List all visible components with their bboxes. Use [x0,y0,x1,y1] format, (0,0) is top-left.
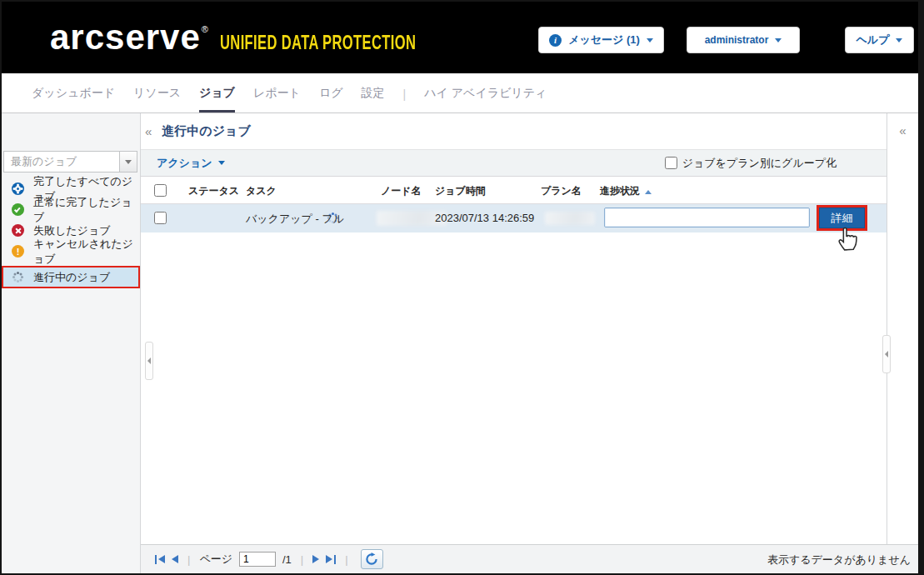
collapse-left-arrow-icon [147,358,151,364]
column-status[interactable]: ステータス [188,184,239,198]
column-task[interactable]: タスク [246,184,277,198]
success-icon [12,203,24,216]
first-page-button[interactable] [155,555,165,564]
hand-cursor-icon [833,220,862,252]
arcserve-logo: arcserve ® UNIFIED DATA PROTECTION [50,18,492,57]
last-page-button[interactable] [326,555,336,564]
canceled-icon: ! [12,245,24,258]
messages-button[interactable]: i メッセージ (1) [538,27,664,53]
column-node[interactable]: ノード名 [381,184,422,198]
actions-menu-button[interactable]: アクション [157,156,225,171]
job-time-cell: 2023/07/13 14:26:59 [435,212,534,224]
job-filter-list: 完了したすべてのジョブ 正常に完了したジョブ 失敗したジョブ ! キャンセルされ… [2,178,140,288]
jobs-sidebar: 最新のジョブ 完了したすべてのジョブ 正常に完了したジョブ 失敗したジョブ ! … [2,113,141,573]
column-progress[interactable]: 進捗状況 [600,184,652,198]
tab-settings[interactable]: 設定 [362,73,385,112]
pager-bar: | ページ /1 | | 表示するデータがありません [141,544,918,573]
progress-bar [604,208,810,228]
main-nav: ダッシュボード リソース ジョブ レポート ログ 設定 | ハイ アベイラビリテ… [2,73,918,113]
job-filter-combobox[interactable]: 最新のジョブ [3,151,137,172]
chevron-down-icon [218,161,225,165]
right-panel: « [887,113,918,544]
group-by-plan-checkbox[interactable] [665,157,677,169]
tab-reports[interactable]: レポート [253,73,301,112]
tab-jobs[interactable]: ジョブ [199,73,235,112]
help-button[interactable]: ヘルプ [845,27,914,53]
messages-button-label: メッセージ (1) [568,32,640,48]
pager-controls: | ページ /1 | | [155,549,383,569]
sidebar-item-successful-jobs[interactable]: 正常に完了したジョブ [2,199,140,220]
chevron-down-icon [775,38,782,42]
info-icon: i [549,34,562,47]
combobox-dropdown-button[interactable] [119,152,137,172]
chevron-down-icon [647,38,653,42]
sidebar-splitter-handle[interactable] [145,342,153,380]
sidebar-item-jobs-in-progress[interactable]: 進行中のジョブ [2,266,140,288]
chevron-down-icon [125,160,132,164]
no-data-status-text: 表示するデータがありません [767,552,911,568]
group-by-plan-control: ジョブをプラン別にグループ化 [665,156,837,171]
page-number-input[interactable] [239,552,276,567]
page-title: 進行中のジョブ [162,123,250,139]
plan-name-redacted [545,212,595,225]
failed-icon [12,224,24,237]
page-label: ページ [199,552,232,567]
tab-resources[interactable]: リソース [133,73,181,112]
table-row[interactable]: バックアップ - フル 2023/07/13 14:26:59 詳細 [141,204,887,232]
sidebar-item-canceled-jobs[interactable]: ! キャンセルされたジョブ [2,241,140,262]
column-job-time[interactable]: ジョブ時間 [435,184,486,198]
tab-dashboard[interactable]: ダッシュボード [32,73,115,112]
app-header: arcserve ® UNIFIED DATA PROTECTION i メッセ… [2,2,918,73]
previous-page-button[interactable] [172,555,178,563]
group-by-plan-label: ジョブをプラン別にグループ化 [682,156,837,171]
logo-brand-text: arcserve [50,18,201,57]
sort-asc-icon [645,190,652,194]
refresh-icon [365,552,378,566]
user-menu-label: administrator [705,34,769,46]
page-title-bar: « 進行中のジョブ [141,113,886,149]
nav-separator: | [403,73,407,112]
help-button-label: ヘルプ [857,32,890,48]
select-all-checkbox[interactable] [154,184,167,197]
row-checkbox[interactable] [154,212,167,224]
collapse-right-panel-icon[interactable]: « [887,123,918,138]
column-plan[interactable]: プラン名 [541,184,582,198]
chevron-down-icon [896,38,902,42]
logo-product-text: UNIFIED DATA PROTECTION [220,32,416,54]
job-filter-value: 最新のジョブ [4,154,119,169]
collapse-sidebar-icon[interactable]: « [145,124,152,138]
all-jobs-icon [12,182,24,195]
tab-log[interactable]: ログ [319,73,343,112]
tab-high-availability[interactable]: ハイ アベイラビリティ [424,73,547,112]
collapse-left-arrow-icon [885,351,888,358]
app-window: arcserve ® UNIFIED DATA PROTECTION i メッセ… [0,0,924,575]
jobs-table-header: ステータス タスク ノード名 ジョブ時間 プラン名 進捗状況 [141,177,887,204]
task-cell: バックアップ - フル [246,212,344,227]
registered-mark: ® [202,24,208,34]
page-total: /1 [282,553,292,566]
next-page-button[interactable] [312,555,319,563]
user-menu-button[interactable]: administrator [687,27,800,53]
in-progress-spinner-icon [17,276,19,278]
jobs-toolbar: アクション ジョブをプラン別にグループ化 [141,149,887,177]
refresh-button[interactable] [361,549,383,569]
right-panel-splitter-handle[interactable] [882,335,891,373]
